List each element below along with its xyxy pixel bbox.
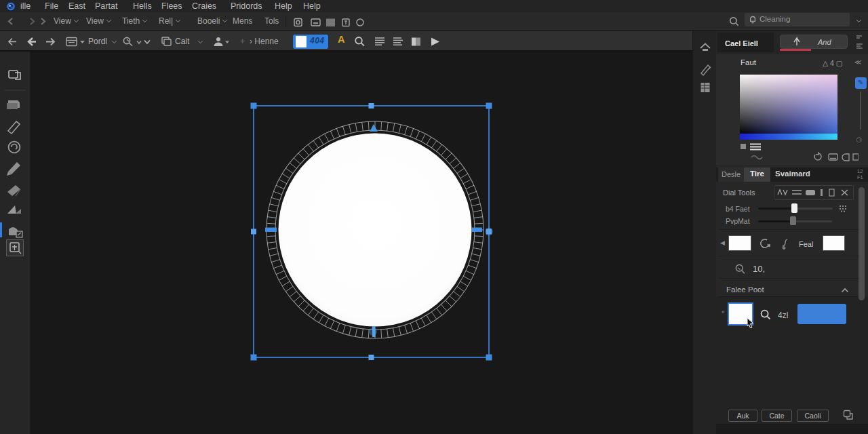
svg-text:And: And — [817, 38, 831, 46]
